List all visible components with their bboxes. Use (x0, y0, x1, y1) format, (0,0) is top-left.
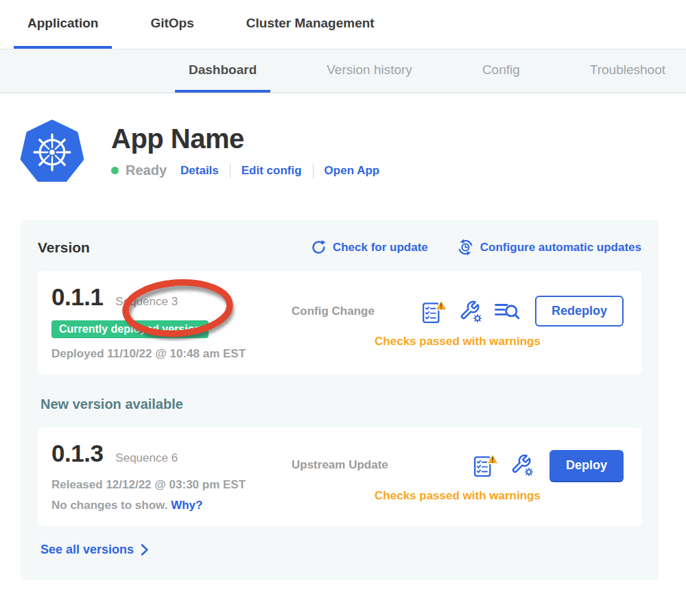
available-version-source: Upstream Update (292, 458, 388, 472)
redeploy-button[interactable]: Redeploy (535, 296, 624, 327)
view-diff-icon[interactable] (494, 300, 520, 322)
tab-gitops[interactable]: GitOps (137, 0, 207, 49)
status-text: Ready (126, 163, 167, 178)
configure-automatic-updates-link[interactable]: Configure automatic updates (457, 239, 641, 256)
deployed-timestamp: Deployed 11/10/22 @ 10:48 am EST (51, 347, 292, 361)
app-header: App Name Ready Details Edit config Open … (19, 119, 686, 185)
version-heading: Version (38, 239, 90, 256)
see-all-versions-label: See all versions (40, 543, 134, 557)
check-for-update-label: Check for update (333, 241, 428, 254)
no-changes-line: No changes to show. Why? (51, 499, 292, 512)
divider (230, 163, 230, 178)
app-status-row: Ready Details Edit config Open App (111, 163, 379, 178)
details-link[interactable]: Details (180, 164, 219, 178)
currently-deployed-badge: Currently deployed version (51, 320, 209, 338)
released-timestamp: Released 12/12/22 @ 03:30 pm EST (51, 478, 292, 492)
preflight-checks-warning-icon[interactable] (421, 299, 447, 324)
status-ready-dot (111, 167, 119, 174)
divider (313, 163, 314, 178)
app-title: App Name (111, 123, 379, 154)
available-version-sequence: Sequence 6 (115, 451, 178, 465)
subtab-dashboard[interactable]: Dashboard (175, 49, 270, 93)
current-version-sequence: Sequence 3 (115, 295, 178, 309)
check-for-update-link[interactable]: Check for update (311, 239, 428, 255)
preflight-checks-warning-icon[interactable] (473, 453, 499, 477)
available-version-card: 0.1.3 Sequence 6 Released 12/12/22 @ 03:… (38, 427, 641, 526)
available-version-number: 0.1.3 (51, 440, 103, 467)
new-version-heading: New version available (40, 396, 641, 412)
edit-config-wrench-icon[interactable] (458, 299, 483, 324)
tab-application[interactable]: Application (14, 0, 112, 49)
see-all-versions-link[interactable]: See all versions (40, 543, 641, 557)
subtab-version-history[interactable]: Version history (313, 49, 426, 93)
subtab-config[interactable]: Config (469, 49, 534, 93)
open-app-link[interactable]: Open App (324, 164, 380, 178)
no-changes-text: No changes to show. (51, 499, 167, 512)
chevron-right-icon (140, 543, 149, 556)
subtab-troubleshoot[interactable]: Troubleshoot (576, 49, 679, 93)
app-subnav: Dashboard Version history Config Trouble… (0, 49, 686, 93)
why-link[interactable]: Why? (171, 499, 202, 512)
current-version-card: 0.1.1 Sequence 3 Currently deployed vers… (38, 271, 641, 375)
current-checks-status: Checks passed with warnings (292, 335, 624, 348)
configure-automatic-updates-label: Configure automatic updates (480, 241, 641, 254)
deploy-button[interactable]: Deploy (549, 450, 624, 481)
available-checks-status: Checks passed with warnings (292, 489, 624, 503)
current-version-number: 0.1.1 (51, 283, 103, 311)
auto-update-clock-icon (457, 239, 474, 256)
kubernetes-logo (19, 119, 85, 185)
tab-cluster-management[interactable]: Cluster Management (233, 0, 388, 49)
edit-config-link[interactable]: Edit config (241, 164, 302, 178)
refresh-icon (311, 239, 327, 255)
primary-nav: Application GitOps Cluster Management (0, 0, 686, 49)
version-section: Version Check for update Configure (21, 220, 659, 580)
edit-config-wrench-icon[interactable] (510, 453, 534, 477)
current-version-source: Config Change (292, 305, 375, 318)
